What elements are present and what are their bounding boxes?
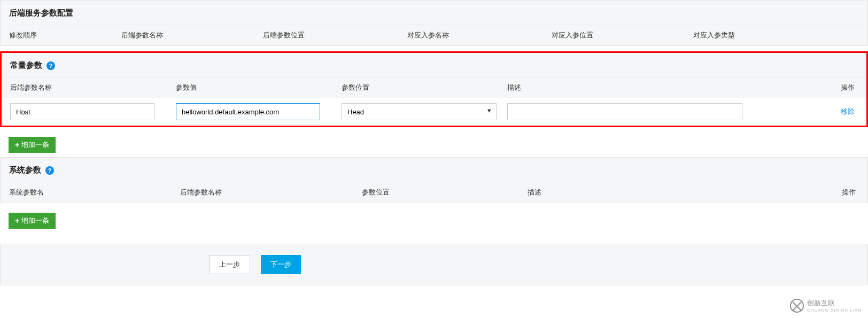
col-backend-name: 后端参数名称 bbox=[121, 30, 263, 40]
system-params-title-text: 系统参数 bbox=[9, 165, 41, 175]
constant-params-panel: 常量参数 ? 后端参数名称 参数值 参数位置 描述 操作 Head 移除 bbox=[0, 51, 868, 127]
col-backend-loc: 后端参数位置 bbox=[263, 30, 407, 40]
system-params-title: 系统参数 ? bbox=[1, 158, 867, 182]
col-sys-desc: 描述 bbox=[528, 188, 771, 197]
col-const-ops: 操作 bbox=[761, 83, 858, 92]
col-const-loc: 参数位置 bbox=[342, 83, 507, 92]
plus-icon: + bbox=[15, 141, 19, 149]
col-sys-ops: 操作 bbox=[771, 188, 859, 197]
remove-link[interactable]: 移除 bbox=[841, 107, 855, 115]
backend-config-panel: 后端服务参数配置 修改顺序 后端参数名称 后端参数位置 对应入参名称 对应入参位… bbox=[0, 0, 868, 46]
system-params-panel: 系统参数 ? 系统参数名 后端参数名称 参数位置 描述 操作 bbox=[0, 157, 868, 203]
constant-params-title-text: 常量参数 bbox=[10, 60, 42, 71]
param-name-input[interactable] bbox=[10, 103, 154, 120]
param-location-select[interactable]: Head bbox=[342, 103, 497, 120]
add-system-button[interactable]: + 增加一条 bbox=[9, 213, 56, 229]
constant-params-title: 常量参数 ? bbox=[2, 53, 866, 77]
constant-params-row: Head 移除 bbox=[2, 98, 866, 126]
add-constant-button[interactable]: + 增加一条 bbox=[9, 137, 56, 153]
param-value-input[interactable] bbox=[176, 103, 320, 120]
col-sys-backend: 后端参数名称 bbox=[180, 188, 362, 197]
system-params-header: 系统参数名 后端参数名称 参数位置 描述 操作 bbox=[1, 182, 867, 203]
col-input-loc: 对应入参位置 bbox=[552, 30, 693, 40]
backend-config-title: 后端服务参数配置 bbox=[1, 1, 867, 25]
add-system-label: 增加一条 bbox=[21, 216, 49, 226]
col-sys-name: 系统参数名 bbox=[9, 188, 180, 197]
col-input-type: 对应入参类型 bbox=[693, 30, 859, 40]
help-icon[interactable]: ? bbox=[46, 61, 55, 70]
col-sys-loc: 参数位置 bbox=[362, 188, 528, 197]
backend-config-header: 修改顺序 后端参数名称 后端参数位置 对应入参名称 对应入参位置 对应入参类型 bbox=[1, 25, 867, 45]
add-constant-label: 增加一条 bbox=[21, 140, 49, 150]
col-const-name: 后端参数名称 bbox=[10, 83, 176, 92]
col-input-name: 对应入参名称 bbox=[407, 30, 552, 40]
col-modify-order: 修改顺序 bbox=[9, 30, 121, 40]
footer-bar: 上一步 下一步 bbox=[0, 244, 868, 285]
prev-button[interactable]: 上一步 bbox=[209, 255, 250, 274]
next-button[interactable]: 下一步 bbox=[261, 255, 301, 274]
help-icon[interactable]: ? bbox=[45, 166, 54, 175]
param-desc-input[interactable] bbox=[507, 103, 742, 120]
col-const-desc: 描述 bbox=[507, 83, 761, 92]
constant-params-header: 后端参数名称 参数值 参数位置 描述 操作 bbox=[2, 77, 866, 98]
col-const-value: 参数值 bbox=[176, 83, 342, 92]
plus-icon: + bbox=[15, 217, 19, 224]
